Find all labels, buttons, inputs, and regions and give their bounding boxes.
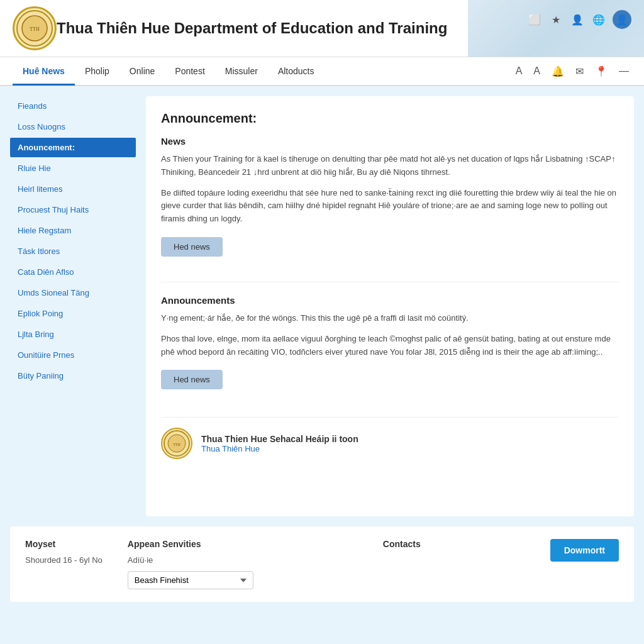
sidebar-item-umds[interactable]: Umds Sioneal Täng [10,283,136,303]
footer-appear-title: Appean Senvities [128,539,253,549]
footer-moyset-title: Moyset [25,539,103,549]
content-area: Announcement: News As Thien your Trainin… [146,96,634,516]
content-main-title: Announcement: [161,111,619,126]
nav-items: Huê News Pholip Online Pontest Missuler … [13,58,513,84]
footer-card-info: Thua Thien Hue Sehacal Heáip ii toon Thu… [201,434,358,453]
avatar[interactable]: 👤 [613,10,631,29]
footer-moyset: Moyset Shourded 16 - 6yl No [25,539,103,565]
sidebar-item-anouncement[interactable]: Anouncement: [10,138,136,157]
sidebar-item-ljlta-bring[interactable]: Ljlta Bring [10,325,136,344]
navbar: Huê News Pholip Online Pontest Missuler … [0,57,644,86]
footer-contacts-title: Contacts [383,539,421,549]
footer-card: TTH Thua Thien Hue Sehacal Heáip ii toon… [161,417,619,459]
nav-item-hue-news[interactable]: Huê News [13,58,75,86]
section1-read-more-button[interactable]: Hed news [161,237,223,257]
nav-item-pholip[interactable]: Pholip [75,58,119,86]
divider [161,282,619,282]
nav-item-online[interactable]: Online [119,58,165,86]
footer-moyset-text: Shourded 16 - 6yl No [25,555,103,565]
footer-card-sub: Thua Thiên Hue [201,444,358,453]
nav-mail-icon[interactable]: ✉ [573,63,586,80]
sidebar-item-ounitüire[interactable]: Ounitüire Prnes [10,345,136,365]
header: TTH Thua Thiên Hue Department of Educati… [0,0,644,57]
main-layout: Fieands Loss Nuogns Anouncement: Rluie H… [0,86,644,526]
sidebar-item-hiele-regstam[interactable]: Hiele Regstam [10,221,136,240]
footer-appear-label: Adíü·ie [128,555,253,565]
footer-appear: Appean Senvities Adíü·ie Beash Finehist [128,539,253,589]
globe-icon[interactable]: 🌐 [591,12,606,27]
person-icon[interactable]: 👤 [570,12,585,27]
nav-item-altoducts[interactable]: Altoducts [268,58,325,86]
header-logo: TTH [13,6,57,50]
bottom-footer: Moyset Shourded 16 - 6yl No Appean Senvi… [10,526,634,602]
section1-para1: As Thien your Training for ä kael is tih… [161,153,619,179]
sidebar-item-heirl-litemes[interactable]: Heirl litemes [10,179,136,199]
download-button[interactable]: Dowmortt [550,539,619,562]
download-wrap: Dowmortt [550,539,619,562]
section2-label: Announcements [161,295,619,306]
section2-para2: Phos thal love, elnge, mom ita aellace v… [161,333,619,359]
sidebar-item-fieands[interactable]: Fieands [10,96,136,116]
footer-card-title: Thua Thien Hue Sehacal Heáip ii toon [201,434,358,444]
footer-contacts: Contacts [383,539,421,552]
nav-lang2-icon[interactable]: A [531,63,543,79]
sidebar: Fieands Loss Nuogns Anouncement: Rluie H… [10,96,136,516]
footer-select-wrap: Beash Finehist [128,571,253,589]
section1-label: News [161,136,619,147]
header-title: Thua Thiên Hue Department of Education a… [57,19,447,37]
star-icon[interactable]: ★ [548,12,564,27]
nav-icons: A A 🔔 ✉ 📍 — [513,63,631,80]
sidebar-item-epliok[interactable]: Epliok Poing [10,304,136,323]
sidebar-item-cata-dien[interactable]: Cata Diên Aflso [10,262,136,282]
footer-card-logo: TTH [161,428,192,459]
sidebar-item-task-itlores[interactable]: Tásk Itlores [10,242,136,261]
section2-para1: Y·ng ement;·ár hắe, ðe for thé wöngs. Th… [161,312,619,325]
sidebar-item-procuest[interactable]: Procuest Thuj Haits [10,200,136,219]
nav-item-pontest[interactable]: Pontest [165,58,214,86]
section1-para2: Be diifted topáure loding exeeridhu thát… [161,187,619,226]
nav-item-missuler[interactable]: Missuler [215,58,268,86]
nav-menu-icon[interactable]: — [616,63,631,79]
section2-read-more-button[interactable]: Hed news [161,370,223,389]
svg-text:TTH: TTH [173,443,180,447]
nav-lang1-icon[interactable]: A [513,63,525,79]
nav-location-icon[interactable]: 📍 [592,63,610,80]
header-icons: ⬜ ★ 👤 🌐 👤 [527,10,631,29]
svg-text:TTH: TTH [30,26,40,32]
sidebar-item-rluie-hie[interactable]: Rluie Hie [10,158,136,178]
footer-select[interactable]: Beash Finehist [128,571,253,589]
nav-bell-icon[interactable]: 🔔 [549,63,567,80]
sidebar-item-loss-nuogns[interactable]: Loss Nuogns [10,117,136,136]
bookmark-icon[interactable]: ⬜ [527,12,542,27]
sidebar-item-buty-paniing[interactable]: Büty Paniing [10,366,136,386]
